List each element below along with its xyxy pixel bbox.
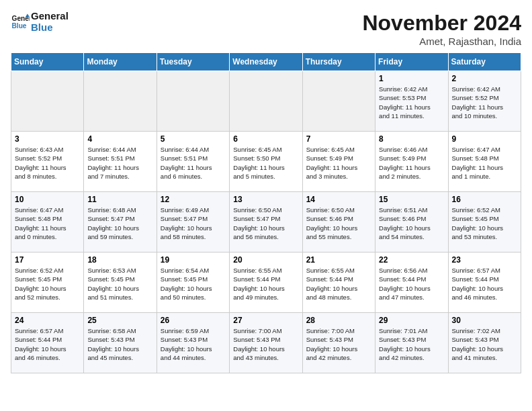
logo: General Blue General Blue	[11, 11, 69, 33]
header-sunday: Sunday	[11, 53, 84, 71]
day-number: 18	[87, 255, 152, 265]
day-info: Sunrise: 6:58 AM Sunset: 5:43 PM Dayligh…	[87, 326, 152, 362]
calendar-cell: 21Sunrise: 6:55 AM Sunset: 5:44 PM Dayli…	[302, 253, 375, 313]
calendar-cell: 18Sunrise: 6:53 AM Sunset: 5:45 PM Dayli…	[84, 253, 157, 313]
header-thursday: Thursday	[302, 53, 375, 71]
day-info: Sunrise: 6:44 AM Sunset: 5:51 PM Dayligh…	[161, 145, 226, 181]
header-wednesday: Wednesday	[230, 53, 302, 71]
day-info: Sunrise: 6:46 AM Sunset: 5:49 PM Dayligh…	[379, 145, 444, 181]
calendar-cell: 8Sunrise: 6:46 AM Sunset: 5:49 PM Daylig…	[375, 132, 448, 192]
day-info: Sunrise: 6:56 AM Sunset: 5:44 PM Dayligh…	[379, 266, 444, 302]
day-number: 20	[233, 255, 298, 265]
day-info: Sunrise: 6:52 AM Sunset: 5:45 PM Dayligh…	[15, 266, 80, 302]
day-number: 5	[161, 134, 226, 144]
day-info: Sunrise: 6:48 AM Sunset: 5:47 PM Dayligh…	[87, 205, 152, 241]
calendar-cell: 24Sunrise: 6:57 AM Sunset: 5:44 PM Dayli…	[11, 313, 84, 373]
day-number: 21	[306, 255, 371, 265]
calendar-cell	[302, 71, 375, 132]
calendar-cell: 15Sunrise: 6:51 AM Sunset: 5:46 PM Dayli…	[375, 192, 448, 253]
calendar-cell: 26Sunrise: 6:59 AM Sunset: 5:43 PM Dayli…	[157, 313, 229, 373]
day-info: Sunrise: 6:47 AM Sunset: 5:48 PM Dayligh…	[452, 145, 517, 181]
calendar-week-5: 24Sunrise: 6:57 AM Sunset: 5:44 PM Dayli…	[11, 313, 521, 373]
calendar-cell: 19Sunrise: 6:54 AM Sunset: 5:45 PM Dayli…	[157, 253, 229, 313]
calendar-cell: 16Sunrise: 6:52 AM Sunset: 5:45 PM Dayli…	[448, 192, 521, 253]
calendar-cell	[157, 71, 229, 132]
day-number: 28	[306, 316, 371, 325]
day-number: 19	[161, 255, 226, 265]
calendar-week-2: 3Sunrise: 6:43 AM Sunset: 5:52 PM Daylig…	[11, 132, 521, 192]
calendar-cell: 29Sunrise: 7:01 AM Sunset: 5:43 PM Dayli…	[375, 313, 448, 373]
day-number: 3	[15, 134, 80, 144]
calendar-cell: 13Sunrise: 6:50 AM Sunset: 5:47 PM Dayli…	[230, 192, 302, 253]
calendar-header: Sunday Monday Tuesday Wednesday Thursday…	[11, 53, 521, 71]
day-number: 1	[379, 74, 444, 83]
day-number: 4	[87, 134, 152, 144]
calendar-cell: 10Sunrise: 6:47 AM Sunset: 5:48 PM Dayli…	[11, 192, 84, 253]
day-info: Sunrise: 6:54 AM Sunset: 5:45 PM Dayligh…	[161, 266, 226, 302]
day-info: Sunrise: 6:44 AM Sunset: 5:51 PM Dayligh…	[87, 145, 152, 181]
day-info: Sunrise: 7:00 AM Sunset: 5:43 PM Dayligh…	[306, 326, 371, 362]
calendar-cell: 5Sunrise: 6:44 AM Sunset: 5:51 PM Daylig…	[157, 132, 229, 192]
day-number: 23	[452, 255, 517, 265]
calendar-body: 1Sunrise: 6:42 AM Sunset: 5:53 PM Daylig…	[11, 71, 521, 373]
day-info: Sunrise: 6:42 AM Sunset: 5:52 PM Dayligh…	[452, 85, 517, 120]
day-number: 22	[379, 255, 444, 265]
day-info: Sunrise: 6:55 AM Sunset: 5:44 PM Dayligh…	[233, 266, 298, 302]
calendar-cell: 4Sunrise: 6:44 AM Sunset: 5:51 PM Daylig…	[84, 132, 157, 192]
day-info: Sunrise: 7:01 AM Sunset: 5:43 PM Dayligh…	[379, 326, 444, 362]
calendar-week-3: 10Sunrise: 6:47 AM Sunset: 5:48 PM Dayli…	[11, 192, 521, 253]
day-info: Sunrise: 6:43 AM Sunset: 5:52 PM Dayligh…	[15, 145, 80, 181]
calendar-cell: 9Sunrise: 6:47 AM Sunset: 5:48 PM Daylig…	[448, 132, 521, 192]
location-subtitle: Amet, Rajasthan, India	[362, 36, 521, 47]
day-info: Sunrise: 7:00 AM Sunset: 5:43 PM Dayligh…	[233, 326, 298, 362]
calendar-cell: 28Sunrise: 7:00 AM Sunset: 5:43 PM Dayli…	[302, 313, 375, 373]
calendar-cell: 30Sunrise: 7:02 AM Sunset: 5:43 PM Dayli…	[448, 313, 521, 373]
calendar-cell: 25Sunrise: 6:58 AM Sunset: 5:43 PM Dayli…	[84, 313, 157, 373]
logo-line1: General	[31, 11, 69, 22]
day-info: Sunrise: 6:53 AM Sunset: 5:45 PM Dayligh…	[87, 266, 152, 302]
day-number: 27	[233, 316, 298, 325]
logo-line2: Blue	[31, 22, 69, 34]
header-monday: Monday	[84, 53, 157, 71]
header-row: Sunday Monday Tuesday Wednesday Thursday…	[11, 53, 521, 71]
day-number: 7	[306, 134, 371, 144]
calendar-cell	[11, 71, 84, 132]
day-info: Sunrise: 6:57 AM Sunset: 5:44 PM Dayligh…	[15, 326, 80, 362]
day-number: 12	[161, 195, 226, 204]
svg-text:Blue: Blue	[12, 22, 27, 30]
day-info: Sunrise: 6:47 AM Sunset: 5:48 PM Dayligh…	[15, 205, 80, 241]
header-saturday: Saturday	[448, 53, 521, 71]
day-number: 16	[452, 195, 517, 204]
calendar-table: Sunday Monday Tuesday Wednesday Thursday…	[11, 52, 521, 373]
calendar-week-1: 1Sunrise: 6:42 AM Sunset: 5:53 PM Daylig…	[11, 71, 521, 132]
day-info: Sunrise: 6:49 AM Sunset: 5:47 PM Dayligh…	[161, 205, 226, 241]
calendar-cell	[84, 71, 157, 132]
day-number: 26	[161, 316, 226, 325]
day-info: Sunrise: 6:50 AM Sunset: 5:47 PM Dayligh…	[233, 205, 298, 241]
day-info: Sunrise: 7:02 AM Sunset: 5:43 PM Dayligh…	[452, 326, 517, 362]
calendar-cell: 1Sunrise: 6:42 AM Sunset: 5:53 PM Daylig…	[375, 71, 448, 132]
day-number: 29	[379, 316, 444, 325]
month-title: November 2024	[362, 11, 521, 36]
calendar-cell: 22Sunrise: 6:56 AM Sunset: 5:44 PM Dayli…	[375, 253, 448, 313]
calendar-cell	[230, 71, 302, 132]
day-number: 14	[306, 195, 371, 204]
calendar-week-4: 17Sunrise: 6:52 AM Sunset: 5:45 PM Dayli…	[11, 253, 521, 313]
calendar-cell: 11Sunrise: 6:48 AM Sunset: 5:47 PM Dayli…	[84, 192, 157, 253]
day-number: 10	[15, 195, 80, 204]
calendar-cell: 17Sunrise: 6:52 AM Sunset: 5:45 PM Dayli…	[11, 253, 84, 313]
day-info: Sunrise: 6:57 AM Sunset: 5:44 PM Dayligh…	[452, 266, 517, 302]
day-info: Sunrise: 6:55 AM Sunset: 5:44 PM Dayligh…	[306, 266, 371, 302]
day-info: Sunrise: 6:52 AM Sunset: 5:45 PM Dayligh…	[452, 205, 517, 241]
day-info: Sunrise: 6:51 AM Sunset: 5:46 PM Dayligh…	[379, 205, 444, 241]
day-info: Sunrise: 6:59 AM Sunset: 5:43 PM Dayligh…	[161, 326, 226, 362]
calendar-cell: 12Sunrise: 6:49 AM Sunset: 5:47 PM Dayli…	[157, 192, 229, 253]
calendar-cell: 23Sunrise: 6:57 AM Sunset: 5:44 PM Dayli…	[448, 253, 521, 313]
header-friday: Friday	[375, 53, 448, 71]
calendar-cell: 20Sunrise: 6:55 AM Sunset: 5:44 PM Dayli…	[230, 253, 302, 313]
day-info: Sunrise: 6:50 AM Sunset: 5:46 PM Dayligh…	[306, 205, 371, 241]
calendar-cell: 14Sunrise: 6:50 AM Sunset: 5:46 PM Dayli…	[302, 192, 375, 253]
day-number: 11	[87, 195, 152, 204]
header-tuesday: Tuesday	[157, 53, 229, 71]
page-header: General Blue General Blue November 2024 …	[11, 11, 521, 47]
